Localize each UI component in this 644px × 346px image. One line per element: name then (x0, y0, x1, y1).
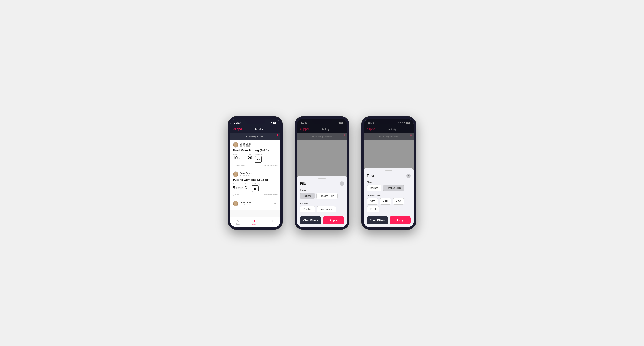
footer-left-2: ⓘ Test Information (233, 194, 246, 196)
avatar-3 (233, 201, 238, 206)
filter-actions-3: Clear Filters Apply (367, 216, 411, 224)
filter-rounds-2[interactable]: Rounds (300, 193, 315, 199)
phone-2-screen: 11:33 ▲▲▲ ▾ 31 clippd Activity ≡ ⊞ Viewi… (297, 119, 347, 227)
nav-capture-1[interactable]: ⊕ Capture (269, 219, 275, 225)
more-options-1[interactable]: ··· (274, 143, 278, 147)
home-icon: ⌂ (237, 219, 239, 223)
battery-icon: 31 (272, 122, 276, 124)
more-options-3[interactable]: ··· (274, 202, 278, 205)
filter-actions-2: Clear Filters Apply (300, 216, 344, 224)
capture-icon: ⊕ (270, 219, 273, 223)
filter-app-3[interactable]: APP (380, 198, 391, 204)
filter-sheet-2: Filter ✕ Show Rounds Practice Drills Rou… (297, 176, 347, 227)
filter-ott-3[interactable]: OTT (367, 198, 378, 204)
filter-arg-3[interactable]: ARG (393, 198, 404, 204)
filter-practice-2[interactable]: Practice (300, 206, 315, 212)
close-filter-2[interactable]: ✕ (340, 181, 344, 186)
nav-activities-1[interactable]: ♟ Activities (251, 219, 258, 225)
rounds-label-2: Rounds (300, 202, 344, 204)
phone-3-screen: 11:33 ▲▲▲ ▾ 31 clippd Activity ≡ ⊞ Viewi… (364, 119, 414, 227)
phone-2: 11:33 ▲▲▲ ▾ 31 clippd Activity ≡ ⊞ Viewi… (294, 116, 350, 230)
filter-practice-drills-2[interactable]: Practice Drills (316, 193, 337, 199)
wifi-icon: ▾ (271, 122, 272, 124)
filter-putt-3[interactable]: PUTT (367, 206, 380, 212)
quality-label-2: Shot Quality (252, 183, 260, 185)
drills-label-3: Practice Drills (367, 194, 411, 197)
stat-shots-1: Shots 20 (248, 154, 252, 163)
avatar-1 (233, 142, 238, 148)
filter-overlay-2[interactable]: Filter ✕ Show Rounds Practice Drills Rou… (297, 119, 347, 227)
scroll-content-1[interactable]: Josh Coles 28 Feb 2023 ··· Must Make Put… (230, 140, 280, 217)
viewing-bar-1[interactable]: ⊞ Viewing Activities (230, 133, 280, 140)
card-header-1: Josh Coles 28 Feb 2023 ··· (233, 142, 278, 148)
user-name-2: Josh Coles (240, 172, 252, 174)
bottom-nav-1: ⌂ Home ♟ Activities ⊕ Capture (230, 217, 280, 227)
filter-tournament-2[interactable]: Tournament (317, 206, 336, 212)
filter-practice-drills-3[interactable]: Practice Drills (383, 185, 404, 191)
clear-filters-3[interactable]: Clear Filters (367, 216, 388, 224)
user-date-2: 28 Feb 2023 (240, 174, 252, 176)
capture-label: Capture (269, 223, 275, 225)
filter-title-2: Filter (300, 182, 308, 185)
stat-quality-2: Shot Quality 45 (252, 183, 260, 192)
sheet-handle-3 (385, 171, 392, 171)
red-dot-1 (277, 134, 278, 136)
score-value-2: 0 OUT OF (233, 185, 243, 189)
filter-overlay-3[interactable]: Filter ✕ Show Rounds Practice Drills Pra… (364, 119, 414, 227)
footer-right-1: Data: Clippd Capture (263, 164, 278, 167)
stats-row-1: Score 10 OUT OF Shots 20 Shot Quality (233, 154, 278, 163)
footer-right-2: Data: Clippd Capture (263, 194, 278, 196)
activity-title-1: Must Make Putting (3-6 ft) (233, 149, 278, 152)
more-options-2[interactable]: ··· (274, 173, 278, 176)
phone-1: 11:33 ▲▲▲ ▾ 31 clippd Activity ≡ ⊞ Viewi… (228, 116, 283, 230)
footer-left-1: ⓘ Test Information (233, 164, 246, 167)
quality-value-2: 45 (252, 185, 258, 192)
card-footer-1: ⓘ Test Information Data: Clippd Capture (233, 164, 278, 167)
clippd-logo-1: clippd (233, 127, 242, 131)
nav-home-1[interactable]: ⌂ Home (236, 219, 240, 225)
show-options-2: Rounds Practice Drills (300, 193, 344, 199)
menu-icon-1[interactable]: ≡ (276, 128, 277, 131)
header-title-1: Activity (255, 128, 263, 131)
activities-label: Activities (251, 223, 258, 225)
shots-label-2: Shots (245, 183, 249, 185)
close-filter-3[interactable]: ✕ (406, 173, 411, 178)
shots-value-2: 9 (245, 185, 249, 189)
apply-button-2[interactable]: Apply (323, 216, 344, 224)
activity-card-1: Josh Coles 28 Feb 2023 ··· Must Make Put… (230, 140, 280, 169)
show-label-3: Show (367, 181, 411, 183)
user-info-3: Josh Coles 28 Feb 2023 (233, 201, 252, 206)
activity-title-2: Putting Combine (3-15 ft) (233, 178, 278, 181)
clear-filters-2[interactable]: Clear Filters (300, 216, 321, 224)
signal-icon: ▲▲▲ (264, 122, 270, 124)
card-header-3: Josh Coles 28 Feb 2023 ··· (233, 201, 278, 206)
shots-label-1: Shots (248, 154, 252, 155)
app-header-1: clippd Activity ≡ (230, 126, 280, 133)
rounds-options-2: Practice Tournament (300, 206, 344, 212)
avatar-2 (233, 172, 238, 177)
score-value-1: 10 OUT OF (233, 156, 245, 160)
user-info-2: Josh Coles 28 Feb 2023 (233, 172, 252, 177)
quality-value-1: 75 (255, 156, 262, 163)
score-label-2: Score (233, 183, 243, 185)
shots-value-1: 20 (248, 156, 252, 160)
user-name-3: Josh Coles (240, 201, 252, 204)
filter-title-3: Filter (367, 174, 374, 177)
quality-label-1: Shot Quality (255, 154, 263, 155)
activities-icon: ♟ (253, 219, 256, 223)
show-options-3: Rounds Practice Drills (367, 185, 411, 191)
activity-card-3: Josh Coles 28 Feb 2023 ··· (230, 198, 280, 210)
user-info-1: Josh Coles 28 Feb 2023 (233, 142, 252, 148)
status-time-1: 11:33 (234, 121, 240, 124)
stat-shots-2: Shots 9 (245, 183, 249, 192)
apply-button-3[interactable]: Apply (390, 216, 411, 224)
filter-rounds-3[interactable]: Rounds (367, 185, 382, 191)
stat-quality-1: Shot Quality 75 (255, 154, 263, 163)
filter-sheet-3: Filter ✕ Show Rounds Practice Drills Pra… (364, 168, 414, 227)
activity-card-2: Josh Coles 28 Feb 2023 ··· Putting Combi… (230, 169, 280, 198)
stat-score-2: Score 0 OUT OF (233, 183, 243, 192)
phone-1-screen: 11:33 ▲▲▲ ▾ 31 clippd Activity ≡ ⊞ Viewi… (230, 119, 280, 227)
drills-options-3: OTT APP ARG PUTT (367, 198, 411, 212)
home-label: Home (236, 223, 240, 225)
filter-icon: ⊞ (246, 135, 247, 138)
